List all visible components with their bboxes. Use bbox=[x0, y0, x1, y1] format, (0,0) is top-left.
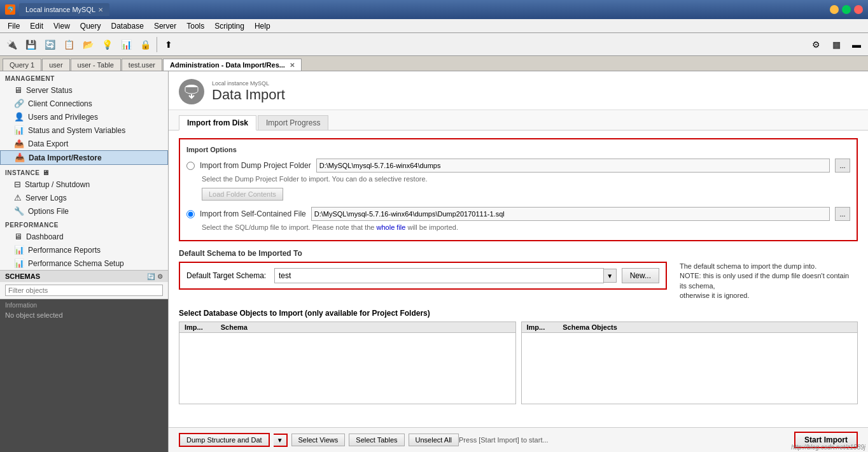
toolbar-right: ⚙ ▦ ▬ bbox=[807, 36, 865, 53]
menu-edit[interactable]: Edit bbox=[25, 20, 48, 32]
schema-dropdown[interactable]: test bbox=[274, 268, 604, 283]
schemas-refresh-icon[interactable]: 🔄 bbox=[147, 273, 155, 280]
option1-path[interactable] bbox=[316, 159, 830, 173]
toolbar-btn7[interactable]: 📊 bbox=[117, 36, 135, 53]
dump-dropdown-arrow[interactable]: ▼ bbox=[274, 434, 288, 447]
sidebar: MANAGEMENT 🖥 Server Status 🔗 Client Conn… bbox=[0, 71, 169, 452]
toolbar-settings[interactable]: ⚙ bbox=[807, 36, 825, 53]
toolbar: 🔌 💾 🔄 📋 📂 💡 📊 🔒 ⬆ ⚙ ▦ ▬ bbox=[0, 33, 868, 56]
tab-administration[interactable]: Administration - Data Import/Res... ✕ bbox=[163, 59, 302, 71]
sidebar-item-data-export[interactable]: 📤 Data Export bbox=[0, 137, 168, 150]
select-views-btn[interactable]: Select Views bbox=[291, 434, 346, 446]
option2-radio[interactable] bbox=[186, 210, 195, 218]
maximize-btn[interactable] bbox=[842, 5, 851, 14]
client-conn-icon: 🔗 bbox=[14, 99, 24, 108]
sub-tab-import-progress[interactable]: Import Progress bbox=[258, 115, 328, 130]
schema-note: The default schema to import the dump in… bbox=[680, 262, 858, 301]
page-header-info: Local instance MySQL Data Import bbox=[212, 80, 285, 103]
schema-table-panel: Imp... Schema bbox=[179, 321, 516, 404]
option1-browse-btn[interactable]: ... bbox=[835, 159, 850, 173]
load-folder-btn[interactable]: Load Folder Contents bbox=[202, 188, 283, 201]
dropdown-arrow[interactable]: ▼ bbox=[604, 269, 617, 283]
schemas-settings-icon[interactable]: ⚙ bbox=[157, 273, 163, 280]
menu-tools[interactable]: Tools bbox=[181, 20, 209, 32]
sidebar-item-status-vars[interactable]: 📊 Status and System Variables bbox=[0, 124, 168, 137]
toolbar-btn8[interactable]: 🔒 bbox=[136, 36, 154, 53]
options-icon: 🔧 bbox=[14, 206, 24, 216]
option2-row: Import from Self-Contained File ... bbox=[186, 207, 850, 221]
option2-path[interactable] bbox=[311, 207, 830, 221]
select-tables-btn[interactable]: Select Tables bbox=[349, 434, 404, 446]
toolbar-view2[interactable]: ▬ bbox=[848, 36, 865, 53]
option2-browse-btn[interactable]: ... bbox=[835, 207, 850, 221]
sidebar-item-data-import[interactable]: 📥 Data Import/Restore bbox=[0, 150, 168, 165]
sidebar-label-data-import: Data Import/Restore bbox=[29, 153, 102, 162]
dump-structure-btn[interactable]: Dump Structure and Dat bbox=[179, 433, 270, 447]
toolbar-btn5[interactable]: 📂 bbox=[79, 36, 97, 53]
schemas-title: SCHEMAS bbox=[5, 272, 40, 280]
schema-col-imp: Imp... bbox=[182, 323, 206, 331]
sidebar-item-users-privileges[interactable]: 👤 Users and Privileges bbox=[0, 110, 168, 124]
filter-input[interactable] bbox=[5, 285, 163, 296]
db-section-title: Select Database Objects to Import (only … bbox=[179, 309, 858, 318]
minimize-btn[interactable] bbox=[830, 5, 839, 14]
menu-file[interactable]: File bbox=[3, 20, 25, 32]
schema-note-line2: NOTE: this is only used if the dump file… bbox=[680, 272, 849, 289]
toolbar-btn3[interactable]: 🔄 bbox=[41, 36, 59, 53]
sidebar-item-startup[interactable]: ⊟ Startup / Shutdown bbox=[0, 178, 168, 191]
tab-user-table[interactable]: user - Table bbox=[71, 59, 121, 71]
new-schema-btn[interactable]: New... bbox=[622, 268, 659, 283]
option2-help: Select the SQL/dump file to import. Plea… bbox=[202, 223, 850, 231]
objects-table-panel: Imp... Schema Objects bbox=[521, 321, 858, 404]
status-text: Press [Start Import] to start... bbox=[459, 436, 794, 444]
sidebar-item-server-status[interactable]: 🖥 Server Status bbox=[0, 83, 168, 97]
toolbar-new-connection[interactable]: 🔌 bbox=[3, 36, 20, 53]
schemas-header: SCHEMAS 🔄 ⚙ bbox=[0, 270, 168, 282]
db-objects-section: Select Database Objects to Import (only … bbox=[179, 309, 858, 404]
schema-table-header: Imp... Schema bbox=[179, 322, 515, 333]
tab-user[interactable]: user bbox=[42, 59, 69, 71]
toolbar-btn6[interactable]: 💡 bbox=[98, 36, 116, 53]
toolbar-btn2[interactable]: 💾 bbox=[22, 36, 39, 53]
title-bar: 🐬 Local instance MySQL ✕ bbox=[0, 0, 868, 19]
sidebar-item-client-connections[interactable]: 🔗 Client Connections bbox=[0, 97, 168, 110]
tab-close-btn[interactable]: ✕ bbox=[290, 62, 295, 69]
menu-help[interactable]: Help bbox=[249, 20, 276, 32]
server-logs-icon: ⚠ bbox=[14, 193, 22, 202]
schema-col-schema: Schema bbox=[218, 323, 250, 331]
title-close-btn[interactable]: ✕ bbox=[98, 6, 103, 13]
default-schema-section: Default Schema to be Imported To Default… bbox=[179, 249, 858, 301]
sub-tabs: Import from Disk Import Progress bbox=[169, 110, 868, 131]
info-text: No object selected bbox=[5, 311, 163, 319]
main-layout: MANAGEMENT 🖥 Server Status 🔗 Client Conn… bbox=[0, 71, 868, 452]
whole-file-text: whole file bbox=[377, 223, 406, 231]
menu-server[interactable]: Server bbox=[149, 20, 181, 32]
menu-view[interactable]: View bbox=[48, 20, 75, 32]
dashboard-icon: 🖥 bbox=[14, 232, 22, 241]
objects-col-objects: Schema Objects bbox=[560, 323, 620, 331]
toolbar-btn9[interactable]: ⬆ bbox=[160, 36, 178, 53]
menu-query[interactable]: Query bbox=[75, 20, 106, 32]
import-options-box: Import Options Import from Dump Project … bbox=[179, 138, 858, 241]
tab-testuser[interactable]: test.user bbox=[122, 59, 162, 71]
sidebar-item-perf-schema[interactable]: 📊 Performance Schema Setup bbox=[0, 257, 168, 270]
sub-tab-import-disk[interactable]: Import from Disk bbox=[179, 115, 256, 131]
toolbar-view1[interactable]: ▦ bbox=[827, 36, 845, 53]
unselect-all-btn[interactable]: Unselect All bbox=[409, 434, 459, 446]
option1-radio[interactable] bbox=[186, 162, 195, 170]
close-btn[interactable] bbox=[854, 5, 863, 14]
sidebar-item-server-logs[interactable]: ⚠ Server Logs bbox=[0, 191, 168, 204]
tab-query1[interactable]: Query 1 bbox=[3, 59, 41, 71]
menu-database[interactable]: Database bbox=[106, 20, 149, 32]
schema-row-box: Default Target Schema: test ▼ New... bbox=[179, 262, 667, 290]
sidebar-item-dashboard[interactable]: 🖥 Dashboard bbox=[0, 230, 168, 243]
info-section: Information No object selected bbox=[0, 299, 168, 452]
schema-note-line3: otherwise it is ignored. bbox=[680, 292, 749, 299]
sidebar-item-perf-reports[interactable]: 📊 Performance Reports bbox=[0, 243, 168, 257]
action-bar: Dump Structure and Dat ▼ Select Views Se… bbox=[169, 427, 868, 452]
toolbar-btn4[interactable]: 📋 bbox=[60, 36, 78, 53]
sidebar-item-options-file[interactable]: 🔧 Options File bbox=[0, 204, 168, 218]
title-tab-text: Local instance MySQL bbox=[25, 6, 95, 13]
menu-scripting[interactable]: Scripting bbox=[209, 20, 249, 32]
sidebar-label-perf-reports: Performance Reports bbox=[28, 246, 101, 255]
